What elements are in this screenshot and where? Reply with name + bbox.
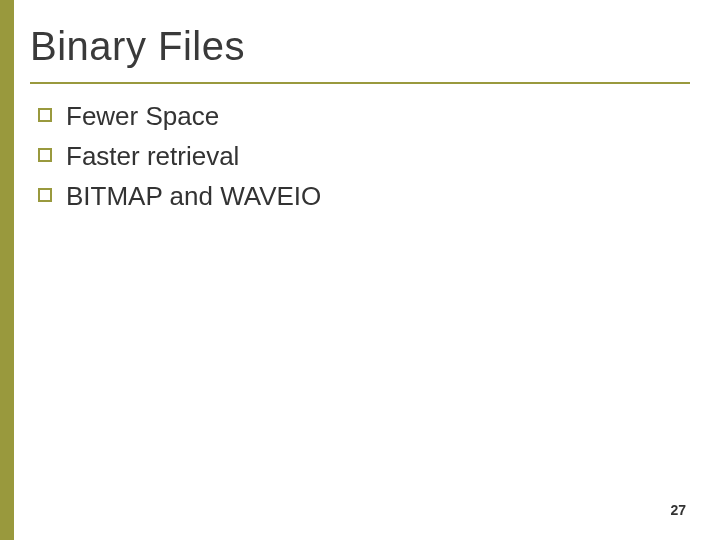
slide: Binary Files Fewer Space Faster retrieva… xyxy=(0,0,720,540)
list-item-text: BITMAP and WAVEIO xyxy=(66,180,321,214)
left-accent-bar xyxy=(0,0,14,540)
title-underline xyxy=(30,82,690,84)
slide-title: Binary Files xyxy=(30,24,245,69)
list-item-text: Fewer Space xyxy=(66,100,219,134)
page-number: 27 xyxy=(670,502,686,518)
bullet-list: Fewer Space Faster retrieval BITMAP and … xyxy=(38,100,678,219)
square-bullet-icon xyxy=(38,188,52,202)
list-item-text: Faster retrieval xyxy=(66,140,239,174)
list-item: Faster retrieval xyxy=(38,140,678,174)
square-bullet-icon xyxy=(38,108,52,122)
square-bullet-icon xyxy=(38,148,52,162)
list-item: Fewer Space xyxy=(38,100,678,134)
list-item: BITMAP and WAVEIO xyxy=(38,180,678,214)
